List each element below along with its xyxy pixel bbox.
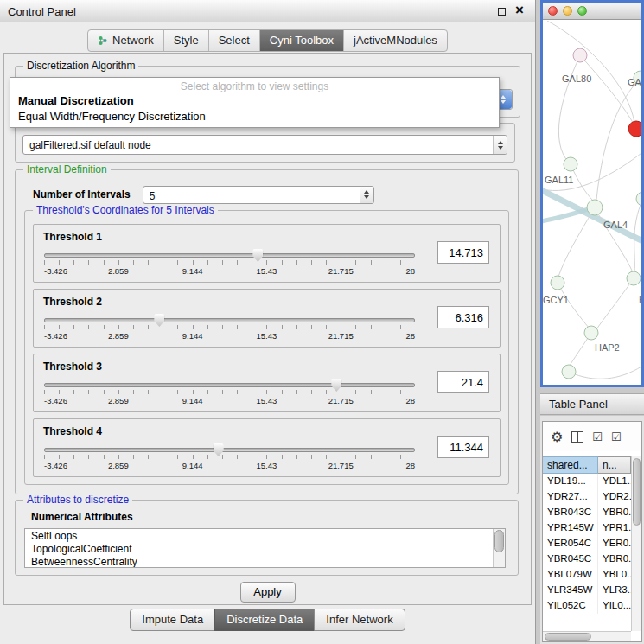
zoom-traffic-light-icon[interactable] (577, 6, 587, 16)
close-traffic-light-icon[interactable] (548, 6, 558, 16)
tab-discretize-data[interactable]: Discretize Data (214, 609, 315, 631)
table-horizontal-scrollbar[interactable] (543, 631, 631, 641)
network-edge[interactable] (558, 283, 589, 328)
slider-ticks (44, 390, 415, 394)
tab-impute-data[interactable]: Impute Data (130, 609, 215, 631)
network-edge[interactable] (558, 55, 580, 163)
network-node[interactable] (564, 157, 577, 171)
table-row[interactable]: YBR045CYBR0... (543, 552, 631, 567)
network-node[interactable] (636, 192, 641, 206)
table-row[interactable]: YER054CYER0... (543, 536, 631, 552)
table-row[interactable]: YIL052CYIL0... (543, 598, 631, 614)
scale-label: 15.43 (257, 266, 277, 276)
network-node[interactable] (562, 365, 576, 379)
scale-label: 2.859 (108, 331, 129, 341)
combo-stepper-icon[interactable] (360, 187, 373, 203)
column-header-shared[interactable]: shared... (543, 456, 598, 474)
scale-label: 2.859 (108, 461, 129, 470)
scale-label: 28 (405, 396, 415, 405)
network-edge[interactable] (569, 367, 641, 379)
column-header-n[interactable]: n... (598, 456, 631, 474)
select-checkbox-icon[interactable]: ☑ (592, 430, 603, 443)
threshold-value-field[interactable]: 6.316 (437, 306, 489, 328)
table-cell: YDL1... (598, 474, 631, 489)
apply-button[interactable]: Apply (240, 582, 296, 603)
table-row[interactable]: YDL19...YDL1... (543, 474, 631, 489)
slider-track[interactable] (44, 253, 415, 258)
float-window-icon[interactable] (498, 8, 506, 16)
tab-infer-network[interactable]: Infer Network (314, 609, 405, 631)
scrollbar-thumb[interactable] (545, 633, 591, 641)
attributes-scrollbar[interactable] (493, 529, 505, 567)
network-node[interactable] (628, 121, 641, 137)
gear-icon[interactable]: ⚙ (551, 429, 563, 445)
combo-stepper-icon[interactable] (493, 136, 507, 154)
slider-track[interactable] (44, 383, 415, 387)
tab-label: Select (219, 34, 250, 47)
threshold-value-field[interactable]: 21.4 (437, 371, 489, 393)
scale-label: -3.426 (44, 331, 67, 341)
network-edge[interactable] (596, 78, 641, 200)
tab-jactivemnodules[interactable]: jActiveMNodules (344, 30, 447, 51)
columns-icon[interactable] (571, 431, 583, 443)
attribute-list-item[interactable]: BetweennessCentrality (25, 556, 493, 567)
attributes-group: Attributes to discretize Numerical Attri… (15, 500, 519, 576)
threshold-slider[interactable]: -3.4262.8599.14415.4321.71528 (44, 253, 415, 276)
threshold-slider[interactable]: -3.4262.8599.14415.4321.71528 (44, 318, 415, 341)
close-icon[interactable]: × (515, 2, 524, 19)
table-toolbar: ⚙ ☑ ☑ (543, 422, 641, 451)
dropdown-option-manual-discretization[interactable]: Manual Discretization (10, 93, 499, 109)
threshold-row: Threshold 4-3.4262.8599.14415.4321.71528… (33, 418, 501, 477)
table-row[interactable]: YDR27...YDR2... (543, 489, 631, 505)
tab-style[interactable]: Style (164, 30, 209, 51)
scale-label: 9.144 (182, 461, 203, 470)
minimize-traffic-light-icon[interactable] (563, 6, 572, 16)
network-edge[interactable] (547, 21, 634, 123)
network-node[interactable] (587, 200, 603, 215)
attribute-list-item[interactable]: TopologicalCoefficient (25, 543, 493, 556)
table-row[interactable]: YLR345WYLR3... (543, 583, 631, 598)
tab-select[interactable]: Select (209, 30, 260, 51)
network-edge[interactable] (580, 55, 635, 127)
network-node[interactable] (573, 48, 587, 62)
network-node[interactable] (584, 326, 598, 340)
tab-network[interactable]: Network (88, 30, 164, 51)
network-canvas[interactable]: GAL80GAGAL11GAL4GCY1HHAP2 (543, 21, 641, 385)
table-cell: YBR0... (598, 505, 631, 520)
network-node[interactable] (551, 276, 564, 290)
table-row[interactable]: YBL079WYBL0... (543, 567, 631, 583)
slider-track[interactable] (44, 318, 415, 322)
attributes-list: SelfLoopsTopologicalCoefficientBetweenne… (24, 528, 506, 568)
scrollbar-thumb[interactable] (494, 530, 504, 552)
table-cell: YLR345W (543, 583, 598, 598)
thresholds-group: Threshold's Coordinates for 5 Intervals … (24, 210, 509, 485)
threshold-slider[interactable]: -3.4262.8599.14415.4321.71528 (44, 383, 415, 405)
table-panel-inner: ⚙ ☑ ☑ shared...n... YDL19...YDL1...YDR27… (542, 421, 642, 642)
node-label: HAP2 (595, 342, 620, 353)
slider-track[interactable] (44, 448, 415, 452)
table-vertical-scrollbar[interactable] (631, 456, 641, 631)
scale-label: 21.715 (328, 461, 354, 470)
network-node[interactable] (627, 271, 641, 285)
threshold-value-field[interactable]: 11.344 (437, 436, 489, 458)
table-data-combo[interactable]: galFiltered.sif default node (22, 135, 507, 155)
table-row[interactable]: YBR043CYBR0... (543, 505, 631, 520)
dropdown-option-equal-width-frequency-discretization[interactable]: Equal Width/Frequency Discretization (10, 109, 499, 124)
threshold-label: Threshold 1 (43, 231, 102, 243)
node-label: GA (628, 77, 641, 87)
network-edge[interactable] (595, 207, 633, 272)
tab-cyni-toolbox[interactable]: Cyni Toolbox (260, 30, 344, 51)
node-label: GCY1 (543, 295, 569, 305)
table-cell: YIL052C (543, 598, 598, 614)
tab-label: Network (112, 34, 154, 47)
network-edge[interactable] (596, 278, 634, 329)
table-cell: YIL0... (598, 598, 631, 614)
number-of-intervals-combo[interactable]: 5 (143, 186, 374, 204)
table-row[interactable]: YPR145WYPR1... (543, 520, 631, 536)
table-data-group: Table Data galFiltered.sif default node (15, 123, 515, 163)
threshold-value-field[interactable]: 14.713 (437, 241, 489, 264)
function-checkbox-icon[interactable]: ☑ (611, 430, 622, 443)
attribute-list-item[interactable]: SelfLoops (25, 530, 493, 543)
scrollbar-thumb[interactable] (633, 458, 641, 526)
threshold-slider[interactable]: -3.4262.8599.14415.4321.71528 (44, 448, 415, 470)
